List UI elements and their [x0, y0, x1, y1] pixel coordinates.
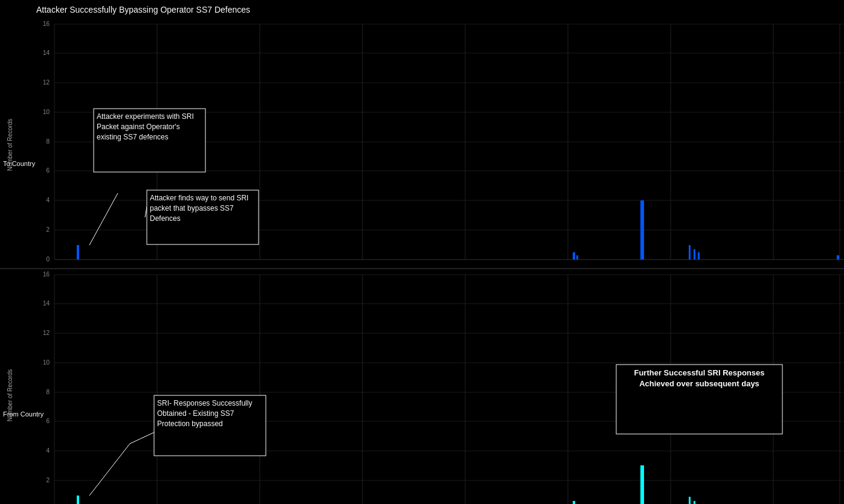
svg-line-37 [89, 193, 118, 245]
svg-rect-73 [689, 497, 691, 504]
svg-text:12: 12 [43, 330, 50, 336]
svg-text:To Country: To Country [3, 160, 36, 167]
svg-rect-29 [77, 245, 79, 260]
svg-text:2: 2 [46, 226, 50, 233]
svg-line-77 [89, 444, 130, 496]
svg-text:14: 14 [43, 300, 50, 307]
svg-text:4: 4 [46, 447, 50, 454]
annotation-2: Attacker finds way to send SRI packet th… [150, 193, 256, 223]
svg-text:16: 16 [43, 21, 50, 27]
annotation-4: Further Successful SRI Responses Achieve… [619, 368, 779, 389]
svg-rect-71 [573, 501, 575, 504]
svg-rect-31 [576, 255, 578, 260]
svg-rect-74 [694, 501, 695, 504]
chart-svg: 0 2 4 6 8 10 12 14 16 Number of Records … [0, 18, 844, 504]
svg-text:0: 0 [46, 256, 50, 263]
svg-rect-33 [689, 245, 691, 260]
svg-text:4: 4 [46, 197, 50, 203]
svg-rect-30 [573, 252, 575, 260]
svg-text:12: 12 [43, 79, 50, 86]
svg-text:16: 16 [43, 271, 50, 278]
svg-text:From Country: From Country [3, 410, 44, 418]
svg-rect-70 [77, 496, 79, 504]
svg-rect-32 [640, 200, 644, 260]
annotation-1: Attacker experiments with SRI Packet aga… [97, 112, 202, 142]
svg-line-78 [130, 432, 156, 444]
svg-rect-35 [698, 252, 700, 260]
svg-text:8: 8 [46, 138, 50, 145]
svg-text:10: 10 [43, 359, 50, 366]
svg-rect-72 [640, 465, 644, 504]
chart-title: Attacker Successfully Bypassing Operator… [36, 5, 250, 14]
svg-text:6: 6 [46, 167, 50, 174]
annotation-3: SRI- Responses Successfully Obtained - E… [157, 398, 263, 429]
svg-rect-34 [694, 249, 695, 260]
svg-text:8: 8 [46, 389, 50, 395]
svg-text:2: 2 [46, 477, 50, 483]
svg-text:14: 14 [43, 49, 50, 56]
svg-text:6: 6 [46, 418, 50, 424]
chart-container: 0 2 4 6 8 10 12 14 16 Number of Records … [0, 18, 844, 504]
svg-text:10: 10 [43, 109, 50, 115]
svg-rect-36 [837, 255, 839, 260]
